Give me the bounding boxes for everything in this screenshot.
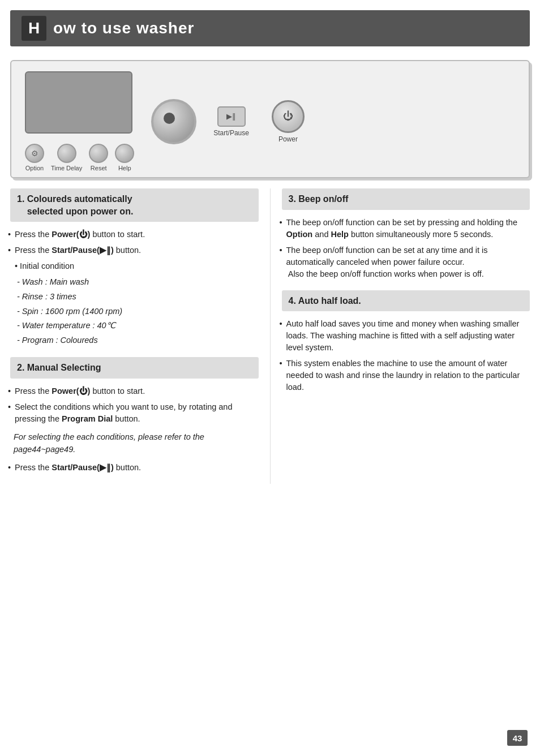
page-header: H ow to use washer	[10, 10, 530, 46]
power-label: Power	[278, 135, 298, 143]
section1-temp: - Water temperature : 40℃	[10, 320, 259, 332]
section4-bullet1: Auto half load saves you time and money …	[282, 318, 530, 354]
section4-header: 4. Auto half load.	[282, 290, 530, 312]
main-content: 1. Coloureds automatically selected upon…	[10, 188, 530, 484]
timedelay-button-area: Time Delay	[51, 144, 82, 171]
program-dial	[151, 99, 196, 144]
reset-label: Reset	[91, 165, 107, 171]
section1-bullet1: Press the Power(⏻) button to start.	[10, 229, 259, 240]
reset-button-icon	[89, 144, 108, 163]
section4-bullet2: This system enables the machine to use t…	[282, 358, 530, 393]
section1-content: Press the Power(⏻) button to start. Pres…	[10, 229, 259, 347]
section3-header: 3. Beep on/off	[282, 188, 530, 210]
section1-bullet3: • Initial condition	[10, 260, 259, 272]
section2-content: Press the Power(⏻) button to start. Sele…	[10, 385, 259, 474]
section2-bullet3: Press the Start/Pause(▶‖) button.	[10, 462, 259, 474]
section2-bullet2: Select the conditions which you want to …	[10, 401, 259, 425]
control-panel-illustration: Option Time Delay Reset Help ▶‖	[10, 60, 530, 178]
help-label: Help	[118, 165, 131, 171]
startpause-label: Start/Pause	[213, 129, 249, 137]
option-button-area: Option	[25, 144, 44, 171]
section1-header: 1. Coloureds automatically selected upon…	[10, 188, 259, 222]
power-area: ⏻ Power	[272, 100, 305, 143]
reset-button-area: Reset	[89, 144, 108, 171]
panel-display-screen	[25, 71, 132, 134]
power-button-icon: ⏻	[272, 100, 305, 133]
timedelay-label: Time Delay	[51, 165, 82, 171]
option-label: Option	[25, 165, 44, 171]
header-letter: H	[22, 16, 46, 41]
section1-bullet2: Press the Start/Pause(▶‖) button.	[10, 244, 259, 256]
section4-title: 4. Auto half load.	[289, 295, 524, 307]
startpause-area: ▶‖ Start/Pause	[213, 106, 249, 137]
help-button-area: Help	[115, 144, 134, 171]
left-column: 1. Coloureds automatically selected upon…	[10, 188, 271, 484]
startpause-button-icon: ▶‖	[217, 106, 246, 127]
section3-content: The beep on/off function can be set by p…	[282, 217, 530, 280]
section4-content: Auto half load saves you time and money …	[282, 318, 530, 393]
section1-program: - Program : Coloureds	[10, 334, 259, 347]
section2-header: 2. Manual Selecting	[10, 357, 259, 379]
section1-title: 1. Coloureds automatically selected upon…	[17, 193, 252, 217]
section1-wash: - Wash : Main wash	[10, 276, 259, 289]
option-button-icon	[25, 144, 44, 163]
page-number: 43	[507, 730, 528, 746]
page-title: ow to use washer	[53, 19, 194, 37]
right-column: 3. Beep on/off The beep on/off function …	[271, 188, 530, 484]
section2-italic-block: For selecting the each conditions, pleas…	[10, 431, 259, 456]
section3-bullet1: The beep on/off function can be set by p…	[282, 217, 530, 240]
section1-spin: - Spin : 1600 rpm (1400 rpm)	[10, 306, 259, 318]
timedelay-button-icon	[57, 144, 76, 163]
section3-title: 3. Beep on/off	[289, 193, 524, 205]
section2-title: 2. Manual Selecting	[17, 362, 252, 374]
panel-bottom-buttons: Option Time Delay Reset Help	[25, 144, 134, 171]
section3-bullet2: The beep on/off function can be set at a…	[282, 244, 530, 280]
help-button-icon	[115, 144, 134, 163]
section2-bullet1: Press the Power(⏻) button to start.	[10, 385, 259, 397]
section1-rinse: - Rinse : 3 times	[10, 291, 259, 303]
